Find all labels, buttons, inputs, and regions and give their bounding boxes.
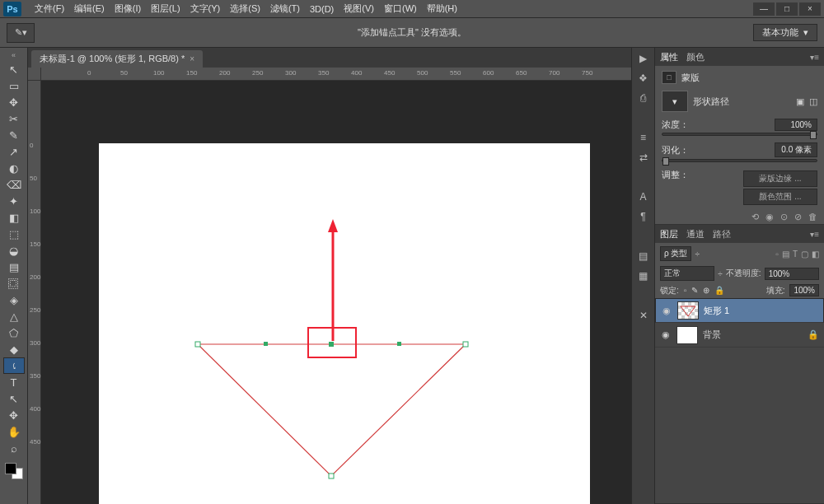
tool-1[interactable]: ▭ (3, 77, 25, 94)
lock-icon[interactable]: 🔒 (714, 286, 724, 295)
tool-19[interactable]: T (3, 374, 25, 390)
menu-layer[interactable]: 图层(L) (146, 2, 185, 15)
layer-list[interactable]: ◉ 矩形 1 ◉ 背景 🔒 (655, 298, 824, 503)
mask-edge-button[interactable]: 蒙版边缘 ... (743, 170, 817, 187)
tab-channels[interactable]: 通道 (686, 228, 705, 240)
tool-8[interactable]: ✦ (3, 193, 25, 209)
ruler-vertical[interactable]: 0 50 100 150 200 250 300 350 400 450 (28, 81, 41, 504)
dock-icon[interactable]: ▤ (639, 250, 648, 262)
close-tab-icon[interactable]: × (190, 54, 194, 63)
maximize-button[interactable]: □ (776, 2, 798, 16)
tool-0[interactable]: ↖ (3, 61, 25, 77)
visibility-icon[interactable]: ◉ (661, 306, 672, 316)
tool-14[interactable]: ◈ (3, 292, 25, 308)
toolbox-toggle[interactable]: « (9, 51, 19, 59)
lock-icon[interactable]: ⊕ (703, 286, 709, 295)
tab-properties[interactable]: 属性 (660, 51, 678, 63)
tool-3[interactable]: ✂ (3, 110, 25, 127)
dock-icon[interactable]: ▦ (639, 270, 648, 282)
canvas-viewport[interactable] (41, 81, 631, 504)
dock-icon[interactable]: ≡ (640, 132, 646, 143)
footer-icon[interactable]: 🗑 (808, 212, 817, 222)
color-range-button[interactable]: 颜色范围 ... (743, 189, 817, 205)
tab-color[interactable]: 颜色 (686, 51, 705, 63)
close-button[interactable]: × (799, 2, 821, 16)
tool-13[interactable]: ⿴ (3, 275, 25, 292)
workspace-switcher[interactable]: 基本功能▾ (753, 24, 817, 41)
tab-paths[interactable]: 路径 (713, 228, 731, 240)
layer-name[interactable]: 背景 (703, 329, 721, 341)
visibility-icon[interactable]: ◉ (660, 329, 672, 340)
layer-thumb[interactable] (677, 326, 698, 344)
footer-icon[interactable]: ⊘ (794, 212, 802, 222)
menu-file[interactable]: 文件(F) (30, 2, 69, 15)
filter-icon[interactable]: ◧ (812, 250, 819, 259)
tool-22[interactable]: ✋ (3, 423, 25, 440)
menu-filter[interactable]: 滤镜(T) (265, 2, 305, 15)
document-tab[interactable]: 未标题-1 @ 100% (矩形 1, RGB/8) * × (31, 50, 203, 68)
tool-15[interactable]: △ (3, 308, 25, 324)
foreground-swatch[interactable] (5, 463, 16, 474)
dock-icon[interactable]: A (639, 191, 646, 203)
panel-menu-icon[interactable]: ▾≡ (810, 230, 819, 239)
lock-icon[interactable]: ▫ (684, 286, 687, 295)
menu-3d[interactable]: 3D(D) (305, 4, 339, 14)
filter-icon[interactable]: ▫ (775, 250, 779, 259)
dock-icon[interactable]: ✕ (639, 310, 648, 321)
menu-window[interactable]: 窗口(W) (379, 2, 422, 15)
menu-select[interactable]: 选择(S) (225, 2, 265, 15)
layer-row[interactable]: ◉ 矩形 1 (655, 298, 824, 323)
footer-icon[interactable]: ⊙ (780, 212, 788, 222)
footer-icon[interactable]: ⟲ (751, 212, 759, 222)
filter-icon[interactable]: T (793, 250, 798, 259)
tool-4[interactable]: ✎ (3, 127, 25, 143)
tool-17[interactable]: ◆ (3, 341, 25, 357)
tool-18-add-anchor[interactable]: ⤹ (3, 357, 25, 374)
panel-menu-icon[interactable]: ▾≡ (810, 53, 819, 62)
tool-12[interactable]: ▤ (3, 259, 25, 275)
tool-2[interactable]: ✥ (3, 94, 25, 110)
canvas[interactable] (99, 143, 590, 504)
menu-edit[interactable]: 编辑(E) (69, 2, 110, 15)
tab-layers[interactable]: 图层 (660, 228, 678, 240)
pixel-mask-icon[interactable]: ▣ (796, 96, 804, 107)
ruler-horizontal[interactable]: 0 50 100 150 200 250 300 350 400 450 500… (41, 68, 631, 81)
dock-icon[interactable]: ▶ (639, 53, 647, 64)
color-swatches[interactable] (3, 461, 25, 481)
vector-mask-icon[interactable]: ◫ (809, 96, 817, 107)
menu-help[interactable]: 帮助(H) (422, 2, 462, 15)
tool-23[interactable]: ⌕ (3, 440, 25, 456)
fill-value[interactable]: 100% (789, 284, 819, 296)
minimize-button[interactable]: — (753, 2, 775, 16)
menu-image[interactable]: 图像(I) (110, 2, 146, 15)
density-value[interactable]: 100% (775, 119, 817, 131)
blend-mode-select[interactable]: 正常 (660, 266, 714, 281)
dock-icon[interactable]: ⎙ (640, 92, 646, 104)
filter-icon[interactable]: ▤ (782, 250, 789, 259)
tool-16[interactable]: ⬠ (3, 324, 25, 341)
tool-5[interactable]: ↗ (3, 143, 25, 160)
path-thumb[interactable]: ▾ (662, 91, 688, 112)
footer-icon[interactable]: ◉ (765, 212, 774, 222)
density-slider[interactable] (662, 133, 817, 136)
layer-filter-type[interactable]: ρ 类型 (660, 246, 691, 261)
layer-thumb[interactable] (677, 301, 699, 320)
filter-icon[interactable]: ▢ (801, 250, 808, 259)
tool-11[interactable]: ◒ (3, 242, 25, 259)
menu-type[interactable]: 文字(Y) (185, 2, 226, 15)
dock-icon[interactable]: ❖ (639, 72, 648, 84)
dock-icon[interactable]: ⇄ (639, 152, 648, 163)
tool-7[interactable]: ⌫ (3, 176, 25, 193)
tool-preset-picker[interactable]: ✎▾ (7, 23, 35, 43)
opacity-value[interactable]: 100% (765, 268, 819, 280)
dock-icon[interactable]: ¶ (640, 211, 645, 222)
layer-name[interactable]: 矩形 1 (704, 305, 729, 317)
tool-9[interactable]: ◧ (3, 209, 25, 226)
lock-icon[interactable]: ✎ (691, 286, 698, 295)
tool-10[interactable]: ⬚ (3, 226, 25, 242)
layer-row[interactable]: ◉ 背景 🔒 (655, 323, 824, 348)
tool-6[interactable]: ◐ (3, 160, 25, 176)
tool-20[interactable]: ↖ (3, 390, 25, 407)
tool-21[interactable]: ✥ (3, 407, 25, 423)
menu-view[interactable]: 视图(V) (339, 2, 379, 15)
